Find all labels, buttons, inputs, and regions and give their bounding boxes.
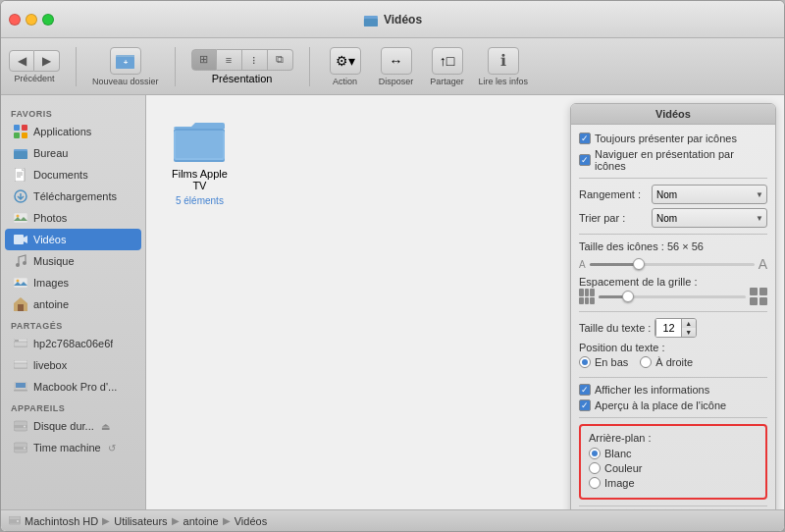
radio-couleur-label: Couleur [604, 462, 643, 474]
rangement-select-wrapper: Nom Date de modification Taille ▼ [652, 185, 767, 204]
view-icon-button[interactable]: ⊞ [191, 49, 217, 71]
checkbox-navigation[interactable] [579, 154, 591, 166]
close-button[interactable] [9, 14, 21, 26]
sidebar-item-videos[interactable]: Vidéos [5, 229, 141, 250]
panel-divider-6 [579, 505, 767, 506]
taille-min-icon: A [579, 259, 586, 270]
main-area: FAVORIS Applications [1, 95, 784, 509]
apercu-row: Aperçu à la place de l'icône [579, 399, 767, 411]
svg-rect-42 [9, 519, 21, 523]
sidebar-item-images[interactable]: Images [5, 272, 141, 293]
sidebar-item-musique[interactable]: Musique [5, 250, 141, 272]
checkbox-afficher[interactable] [579, 384, 591, 396]
svg-text:+: + [123, 58, 128, 67]
timemachine-icon [13, 440, 28, 455]
folder-item-films[interactable]: Films Apple TV 5 éléments [166, 115, 234, 212]
espacement-slider-row [579, 288, 767, 305]
trier-select[interactable]: Nom Date Taille [652, 208, 767, 228]
radio-droite[interactable] [640, 356, 652, 368]
sidebar-item-bureau-label: Bureau [33, 147, 68, 159]
view-flow-button[interactable]: ⧉ [268, 49, 293, 71]
breadcrumb-hd[interactable]: Machintosh HD [25, 515, 98, 527]
radio-image[interactable] [589, 477, 601, 489]
texte-label: Taille du texte : [579, 322, 651, 334]
folder-svg-icon [174, 121, 225, 164]
espacement-row: Espacement de la grille : [579, 276, 767, 305]
sidebar-item-livebox[interactable]: livebox [5, 354, 141, 376]
share-button[interactable]: ↑□ Partager [428, 47, 467, 86]
new-folder-icon: + [110, 47, 141, 75]
view-buttons: ⊞ ≡ ⫶ ⧉ [191, 49, 293, 71]
sidebar-item-documents[interactable]: Documents [5, 164, 141, 186]
sidebar-item-timemachine-label: Time machine [33, 442, 101, 453]
sidebar-item-antoine[interactable]: antoine [5, 293, 141, 315]
sidebar-item-photos[interactable]: Photos [5, 207, 141, 229]
checkbox-apercu[interactable] [579, 399, 591, 411]
forward-button[interactable]: ▶ [34, 50, 60, 72]
sidebar-item-disque[interactable]: Disque dur... ⏏ [5, 415, 141, 437]
share-icon: ↑□ [432, 47, 463, 75]
texte-stepper-up[interactable]: ▲ [682, 319, 696, 328]
breadcrumb-utilisateurs-label: Utilisateurs [114, 515, 167, 527]
espacement-slider[interactable] [599, 295, 746, 298]
rangement-select[interactable]: Nom Date de modification Taille [652, 185, 767, 204]
trier-row: Trier par : Nom Date Taille ▼ [579, 208, 767, 228]
traffic-lights [9, 14, 54, 26]
sidebar-item-livebox-label: livebox [33, 359, 67, 371]
back-button[interactable]: ◀ [9, 50, 34, 72]
radio-couleur[interactable] [589, 462, 601, 474]
timemachine-refresh[interactable]: ↺ [108, 443, 116, 453]
view-list-button[interactable]: ≡ [217, 49, 242, 71]
dispose-button[interactable]: ↔ Disposer [377, 47, 416, 86]
images-icon [13, 275, 28, 291]
maximize-button[interactable] [42, 14, 54, 26]
nav-button-group: ◀ ▶ Précédent [9, 50, 60, 83]
afficher-label: Afficher les informations [595, 384, 709, 396]
sidebar-item-macbook[interactable]: Macbook Pro d'... [5, 376, 141, 398]
view-column-button[interactable]: ⫶ [242, 49, 268, 71]
texte-stepper-down[interactable]: ▼ [682, 328, 696, 337]
sidebar-header-appareils: APPAREILS [1, 398, 145, 415]
taille-slider[interactable] [590, 263, 755, 266]
taille-value-text: 56 × 56 [667, 240, 704, 252]
radio-bas[interactable] [579, 356, 591, 368]
sidebar-item-telechargements[interactable]: Téléchargements [5, 186, 141, 207]
disque-icon [13, 418, 28, 434]
sidebar-item-photos-label: Photos [33, 212, 67, 224]
radio-image-row: Image [589, 477, 758, 489]
breadcrumb-antoine-label: antoine [183, 515, 219, 527]
panel-divider-2 [579, 234, 767, 235]
dispose-label: Disposer [379, 77, 414, 86]
sidebar-item-timemachine[interactable]: Time machine ↺ [5, 437, 141, 458]
arriere-plan-label: Arrière-plan : [589, 432, 652, 444]
sidebar-item-bureau[interactable]: Bureau [5, 142, 141, 164]
new-folder-button[interactable]: + Nouveau dossier [92, 47, 159, 86]
radio-blanc[interactable] [589, 448, 601, 459]
breadcrumb-utilisateurs[interactable]: Utilisateurs [114, 515, 167, 527]
panel-title: Vidéos [571, 104, 775, 125]
svg-point-20 [23, 261, 26, 265]
position-row: Position du texte : En bas À droite [579, 342, 767, 371]
radio-bas-row: En bas [579, 356, 628, 368]
rangement-row: Rangement : Nom Date de modification Tai… [579, 185, 767, 204]
applications-icon [13, 124, 28, 139]
sidebar-item-antoine-label: antoine [33, 298, 69, 310]
toolbar-separator-3 [309, 47, 310, 86]
breadcrumb-sep-2: ▶ [172, 515, 180, 526]
stepper-buttons: ▲ ▼ [682, 319, 696, 337]
share-label: Partager [430, 77, 464, 86]
disque-eject[interactable]: ⏏ [101, 421, 110, 432]
minimize-button[interactable] [26, 14, 37, 26]
breadcrumb-antoine[interactable]: antoine [183, 515, 219, 527]
info-button[interactable]: ℹ Lire les infos [479, 47, 529, 86]
taille-icones-label: Taille des icônes : 56 × 56 [579, 240, 704, 252]
apercu-label: Aperçu à la place de l'icône [595, 399, 726, 411]
action-button[interactable]: ⚙▾ Action [326, 47, 365, 86]
checkbox-icones[interactable] [579, 133, 591, 144]
antoine-icon [13, 296, 28, 312]
toolbar: ◀ ▶ Précédent + Nouveau dossier ⊞ [1, 38, 784, 95]
sidebar-item-hp2c[interactable]: hp2c768ac06e6f [5, 333, 141, 354]
sidebar-item-applications[interactable]: Applications [5, 121, 141, 142]
svg-rect-21 [14, 278, 27, 288]
breadcrumb-videos[interactable]: Vidéos [235, 515, 267, 527]
